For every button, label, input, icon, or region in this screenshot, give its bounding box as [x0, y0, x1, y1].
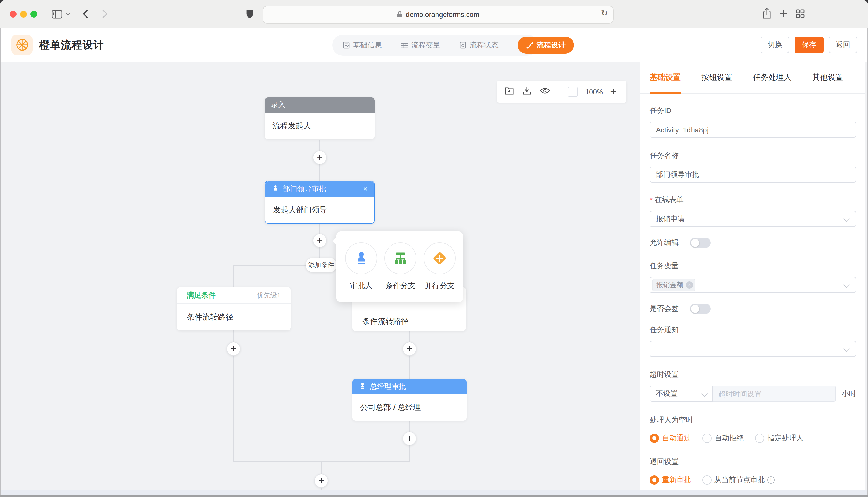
online-form-label: * 在线表单	[650, 195, 856, 205]
condition-tag: 满足条件	[187, 290, 216, 300]
radio-label: 自动拒绝	[715, 434, 744, 443]
share-icon[interactable]	[762, 8, 771, 19]
parallel-branch-icon[interactable]	[424, 242, 456, 274]
tab-flow-design[interactable]: 流程设计	[518, 37, 574, 54]
allow-edit-toggle[interactable]	[690, 238, 711, 248]
popup-item-label: 审批人	[345, 281, 377, 291]
canvas-toolbar: 100%	[497, 81, 626, 103]
timeout-label: 超时设置	[650, 370, 856, 380]
radio-circle	[650, 475, 659, 485]
node-gm-approval-header: 总经理审批	[353, 379, 467, 394]
zoom-window-button[interactable]	[30, 11, 37, 17]
browser-chrome: demo.orangeforms.com ↻	[0, 0, 868, 28]
task-variable-select[interactable]: 报销金额	[650, 277, 856, 293]
node-dept-approval-body: 发起人部门领导	[265, 197, 374, 223]
timeout-value-input[interactable]	[713, 386, 836, 402]
countersign-label: 是否会签	[650, 304, 679, 313]
tab-label: 流程状态	[470, 41, 498, 50]
download-icon[interactable]	[522, 86, 532, 98]
window-bottom-edge	[0, 495, 868, 497]
timeout-mode-select[interactable]: 不设置	[650, 386, 713, 402]
add-node-button[interactable]	[402, 431, 416, 445]
address-bar[interactable]: demo.orangeforms.com ↻	[263, 6, 614, 24]
node-condition-left-body: 条件流转路径	[177, 304, 291, 330]
node-start-header: 录入	[265, 97, 375, 113]
radio-assign-handler[interactable]: 指定处理人	[755, 434, 803, 443]
add-node-button[interactable]	[313, 151, 327, 165]
tab-basic-info[interactable]: 基础信息	[343, 41, 382, 50]
flow-canvas[interactable]: 录入 流程发起人 部门领导审批 发起人部门领导 满足条件 优先级1 条件流转路径	[1, 62, 640, 491]
chevron-down-icon	[843, 282, 850, 288]
task-notify-select[interactable]	[650, 341, 856, 357]
zoom-out-button[interactable]	[568, 87, 578, 97]
user-icon	[359, 382, 367, 391]
minimize-window-button[interactable]	[20, 11, 27, 17]
remove-tag-icon[interactable]	[686, 281, 693, 288]
privacy-shield-icon[interactable]	[246, 9, 253, 18]
tab-basic-settings[interactable]: 基础设置	[650, 61, 681, 94]
approver-stamp-icon[interactable]	[345, 242, 377, 274]
tab-flow-status[interactable]: 流程状态	[459, 41, 498, 50]
tab-button-settings[interactable]: 按钮设置	[701, 61, 732, 94]
tab-flow-variables[interactable]: 流程变量	[401, 41, 440, 50]
reload-icon[interactable]: ↻	[601, 8, 608, 18]
radio-re-approve[interactable]: 重新审批	[650, 475, 691, 485]
online-form-value: 报销申请	[656, 214, 685, 224]
zoom-in-button[interactable]	[610, 86, 617, 97]
variable-tag-text: 报销金额	[657, 280, 683, 289]
switch-button[interactable]: 切换	[761, 37, 789, 53]
zoom-level: 100%	[585, 88, 603, 96]
tab-other-settings[interactable]: 其他设置	[812, 61, 843, 94]
add-node-button[interactable]	[314, 474, 328, 488]
new-tab-icon[interactable]	[779, 9, 787, 17]
popup-item-parallel-branch[interactable]: 并行分支	[424, 242, 456, 291]
settings-panel: 基础设置 按钮设置 任务处理人 其他设置 任务ID 任务名称 * 在线表单 报销…	[640, 62, 865, 491]
browser-window: demo.orangeforms.com ↻ 橙单流程设计	[0, 0, 868, 497]
node-title: 部门领导审批	[283, 185, 326, 194]
back-button[interactable]: 返回	[829, 37, 857, 53]
add-node-button[interactable]	[402, 342, 416, 356]
close-icon[interactable]	[363, 186, 368, 193]
online-form-select[interactable]: 报销申请	[650, 211, 856, 227]
radio-auto-approve[interactable]: 自动通过	[650, 434, 691, 443]
add-node-button[interactable]	[313, 233, 327, 247]
tab-overview-icon[interactable]	[796, 9, 804, 18]
popup-item-condition-branch[interactable]: 条件分支	[384, 242, 416, 291]
variable-tag: 报销金额	[652, 279, 695, 291]
lock-icon	[397, 11, 402, 19]
preview-eye-icon[interactable]	[539, 86, 551, 98]
popup-item-label: 条件分支	[384, 281, 416, 291]
node-dept-approval[interactable]: 部门领导审批 发起人部门领导	[265, 181, 375, 224]
tab-label: 基础信息	[353, 41, 382, 50]
radio-from-current-node[interactable]: 从当前节点审批	[702, 475, 775, 485]
popup-item-approver[interactable]: 审批人	[345, 242, 377, 291]
countersign-toggle[interactable]	[690, 304, 711, 314]
allow-edit-label: 允许编辑	[650, 238, 679, 247]
task-name-input[interactable]	[650, 167, 856, 183]
sidebar-icon[interactable]	[52, 10, 63, 18]
node-start[interactable]: 录入 流程发起人	[265, 97, 375, 139]
chevron-down-icon	[843, 345, 850, 352]
tab-task-handler[interactable]: 任务处理人	[753, 61, 791, 94]
add-condition-label[interactable]: 添加条件	[305, 258, 337, 272]
node-condition-left[interactable]: 满足条件 优先级1 条件流转路径	[177, 287, 291, 330]
node-start-body: 流程发起人	[265, 113, 375, 139]
task-notify-label: 任务通知	[650, 325, 856, 335]
add-node-button[interactable]	[226, 342, 240, 356]
condition-branch-icon[interactable]	[384, 242, 416, 274]
radio-auto-reject[interactable]: 自动拒绝	[702, 434, 744, 443]
app-logo	[11, 34, 32, 55]
save-button[interactable]: 保存	[795, 37, 824, 53]
empty-handler-label: 处理人为空时	[650, 415, 856, 425]
chevron-down-icon[interactable]	[66, 12, 70, 16]
node-gm-approval[interactable]: 总经理审批 公司总部 / 总经理	[353, 379, 467, 421]
close-window-button[interactable]	[10, 11, 16, 17]
task-id-input[interactable]	[650, 122, 856, 138]
back-icon[interactable]	[83, 9, 88, 18]
radio-label: 重新审批	[662, 475, 691, 485]
task-variable-label: 任务变量	[650, 261, 856, 271]
forward-icon[interactable]	[102, 9, 108, 18]
toggle-knob	[691, 305, 699, 313]
open-file-icon[interactable]	[504, 86, 514, 98]
radio-circle	[702, 475, 712, 485]
